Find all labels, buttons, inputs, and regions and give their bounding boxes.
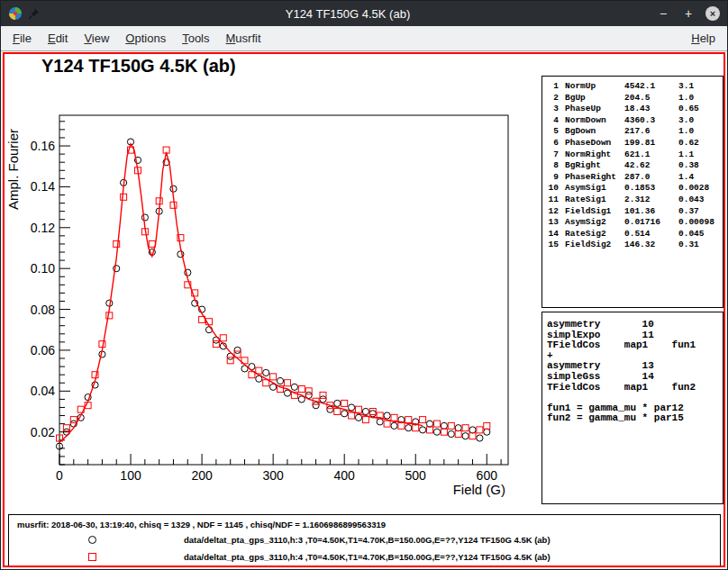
parameter-row: 8BgRight42.620.38 [546, 160, 719, 172]
svg-text:100: 100 [120, 468, 141, 483]
parameter-row: 3PhaseUp18.430.65 [546, 104, 719, 115]
parameter-row: 14RateSig20.5140.045 [546, 229, 719, 240]
legend-label: data/deltat_pta_gps_3110,h:4 ,T0=4.50K,T… [184, 552, 551, 562]
parameter-row: 7NormRight621.11.1 [546, 149, 719, 161]
svg-text:0.02: 0.02 [31, 425, 55, 439]
parameter-row: 9PhaseRight287.01.4 [546, 172, 719, 184]
fit-info-line: musrfit: 2018-06-30, 13:19:40, chisq = 1… [17, 520, 720, 529]
svg-text:0.08: 0.08 [31, 303, 55, 317]
parameter-row: 1NormUp4542.13.1 [546, 81, 719, 93]
menu-file[interactable]: File [5, 28, 40, 49]
square-marker-icon [88, 553, 96, 561]
menu-musrfit[interactable]: Musrfit [218, 28, 269, 49]
svg-text:300: 300 [262, 468, 284, 483]
legend-label: data/deltat_pta_gps_3110,h:3 ,T0=4.50K,T… [184, 535, 551, 545]
menu-help[interactable]: Help [683, 28, 723, 49]
parameter-row: 2BgUp204.51.0 [546, 93, 719, 104]
parameter-row: 10AsymSig10.18530.0028 [546, 183, 719, 195]
legend-rows: data/deltat_pta_gps_3110,h:3 ,T0=4.50K,T… [9, 531, 720, 565]
menu-tools[interactable]: Tools [174, 28, 217, 49]
parameter-row: 11RateSig12.3120.043 [546, 195, 719, 206]
parameter-list: 1NormUp4542.13.12BgUp204.51.03PhaseUp18.… [546, 81, 719, 251]
circle-marker-icon [88, 536, 96, 544]
close-button[interactable]: × [705, 6, 720, 21]
parameter-row: 6PhaseDown199.810.62 [546, 138, 719, 149]
menu-options[interactable]: Options [117, 28, 174, 49]
svg-text:400: 400 [334, 468, 356, 483]
svg-text:0.10: 0.10 [31, 261, 55, 276]
menu-view[interactable]: View [76, 28, 117, 49]
svg-text:0: 0 [56, 468, 63, 483]
window-title: Y124 TF150G 4.5K (ab) [41, 7, 655, 21]
maximize-button[interactable]: + [680, 5, 696, 22]
menu-edit[interactable]: Edit [40, 28, 76, 49]
svg-text:0.16: 0.16 [31, 139, 55, 153]
svg-text:600: 600 [477, 468, 498, 483]
minimize-button[interactable]: − [655, 5, 671, 22]
svg-text:500: 500 [405, 468, 427, 483]
parameter-row: 15FieldSig2146.320.31 [546, 240, 719, 251]
svg-text:0.06: 0.06 [31, 343, 55, 357]
parameter-row: 5BgDown217.61.0 [546, 126, 719, 138]
svg-text:0.12: 0.12 [31, 221, 55, 235]
svg-text:Ampl. Fourier: Ampl. Fourier [5, 129, 21, 210]
svg-text:0.04: 0.04 [31, 384, 55, 398]
pin-icon [28, 7, 41, 20]
menu-bar: File Edit View Options Tools Musrfit Hel… [1, 26, 727, 51]
app-icon [8, 6, 23, 21]
theory-text: asymmetry 10 simplExpo 11 TFieldCos map1… [547, 320, 718, 424]
parameter-row: 4NormDown4360.33.0 [546, 115, 719, 127]
root-canvas[interactable]: Y124 TF150G 4.5K (ab) 010020030040050060… [3, 52, 725, 567]
application-window: Y124 TF150G 4.5K (ab) − + × File Edit Vi… [0, 0, 728, 570]
svg-text:200: 200 [191, 468, 213, 483]
parameter-row: 12FieldSig1101.360.37 [546, 206, 719, 218]
fit-info-pave[interactable]: musrfit: 2018-06-30, 13:19:40, chisq = 1… [8, 514, 721, 566]
parameter-pave[interactable]: 1NormUp4542.13.12BgUp204.51.03PhaseUp18.… [541, 76, 723, 308]
svg-text:Field (G): Field (G) [453, 482, 505, 497]
title-bar[interactable]: Y124 TF150G 4.5K (ab) − + × [1, 1, 727, 26]
theory-pave[interactable]: asymmetry 10 simplExpo 11 TFieldCos map1… [541, 312, 723, 504]
svg-text:0.14: 0.14 [31, 179, 55, 194]
parameter-row: 13AsymSig20.017160.00098 [546, 217, 719, 229]
legend-row: data/deltat_pta_gps_3110,h:3 ,T0=4.50K,T… [9, 531, 720, 548]
legend-row: data/deltat_pta_gps_3110,h:4 ,T0=4.50K,T… [9, 548, 720, 565]
